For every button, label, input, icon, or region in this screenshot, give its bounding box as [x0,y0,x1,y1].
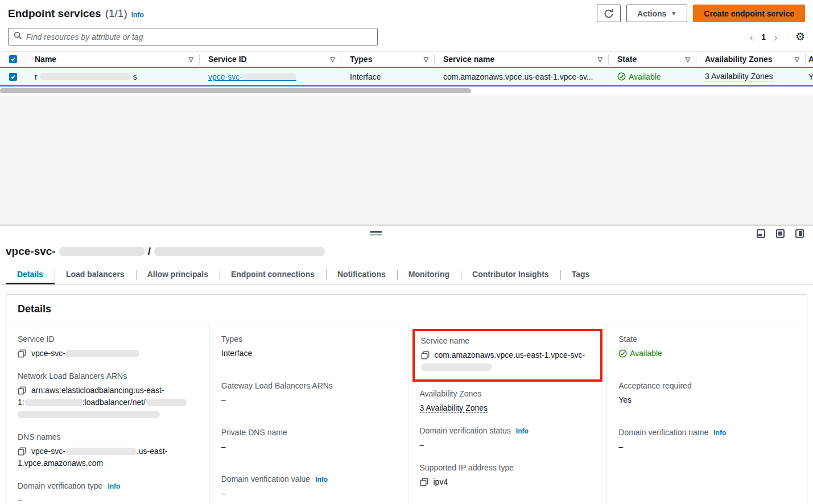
field-label: Domain verification status [420,426,511,435]
service-id-link[interactable]: vpce-svc- [208,72,296,81]
redacted-arn-line3 [18,411,160,418]
sort-icon[interactable]: ▽ [795,56,799,63]
sort-icon[interactable]: ▽ [424,56,428,63]
copy-icon[interactable] [18,386,26,395]
redacted-title-name [154,247,325,256]
toolbar-divider [787,31,787,43]
panel-position-side-icon[interactable] [795,229,804,238]
nlb-arn-line1: arn:aws:elasticloadbalancing:us-east- [31,385,164,396]
table-header-row: Name ▽ Service ID ▽ Types ▽ Service name… [0,52,813,67]
column-header-service-name[interactable]: Service name ▽ [434,52,608,67]
row-availability-zones-cell: 3 Availability Zones [696,68,805,85]
copy-icon[interactable] [18,447,26,456]
previous-page-icon[interactable]: ‹ [748,31,754,43]
field-value: – [221,442,226,451]
field-label: State [618,334,637,344]
create-endpoint-service-button[interactable]: Create endpoint service [693,5,805,22]
details-column-1: Service ID vpce-svc- Network Load Balanc… [6,324,209,504]
field-state: State Available [618,334,795,360]
availability-zones-link[interactable]: 3 Availability Zones [420,403,488,413]
scrollbar-thumb[interactable] [0,88,471,93]
field-service-name: Service name com.amazonaws.vpce.us-east-… [421,336,595,373]
tab-notifications[interactable]: Notifications [326,265,397,284]
tab-contributor-insights[interactable]: Contributor Insights [461,265,560,284]
column-header-label: Types [350,55,372,64]
panel-resize-handle[interactable] [370,231,382,236]
info-link[interactable]: Info [516,427,529,435]
field-label: Domain verification name [618,428,708,437]
next-page-icon[interactable]: › [773,31,779,43]
panel-tabs: Details Load balancers Allow principals … [0,265,813,284]
column-header-label: State [617,55,637,64]
search-box[interactable] [8,28,378,46]
tab-tags[interactable]: Tags [560,265,601,284]
field-acceptance-required: Acceptance required Yes [618,381,795,406]
column-header-service-id[interactable]: Service ID ▽ [199,52,341,67]
actions-button-label: Actions [637,9,666,18]
sort-icon[interactable]: ▽ [686,56,690,63]
field-dns-names: DNS names vpce-svc-.us-east- 1.vpce.amaz… [18,432,198,469]
panel-title: vpce-svc- / [0,226,813,258]
tab-monitoring[interactable]: Monitoring [397,265,461,284]
field-value: – [618,442,623,451]
field-gateway-load-balancers-arns: Gateway Load Balancers ARNs – [221,381,397,406]
details-card-heading: Details [6,295,807,324]
pagination: ‹ 1 › ⚙ [748,31,805,43]
dns-name-value: 1.vpce.amazonaws.com [18,458,103,468]
row-service-name-cell: com.amazonaws.vpce.us-east-1.vpce-sv... [434,68,608,85]
copy-icon[interactable] [18,349,26,358]
info-link[interactable]: Info [713,429,726,437]
column-header-label: Availability Zones [705,55,773,64]
field-value: – [18,495,22,504]
column-header-state[interactable]: State ▽ [608,52,696,67]
detail-split-panel: vpce-svc- / Details Load balancers Allow… [0,225,813,504]
column-header-availability-zones[interactable]: Availability Zones ▽ [696,52,805,67]
details-column-2: Types Interface Gateway Load Balancers A… [209,324,408,504]
tab-allow-principals[interactable]: Allow principals [136,265,220,284]
details-column-3: Service name com.amazonaws.vpce.us-east-… [408,324,607,504]
field-domain-verification-type: Domain verification type Info – [18,481,198,504]
gear-icon[interactable]: ⚙ [795,31,805,42]
page-number[interactable]: 1 [761,32,766,42]
availability-zones-link[interactable]: 3 Availability Zones [705,72,773,81]
header-info-link[interactable]: Info [131,11,144,19]
panel-position-center-icon[interactable] [776,229,785,238]
redacted-name [40,73,131,80]
panel-title-separator: / [148,245,151,258]
dns-name-value: vpce-svc- [31,447,65,456]
service-id-value: vpce-svc- [31,349,65,358]
field-value: – [420,440,424,449]
row-acceptance-cell: Y [805,68,813,85]
nlb-arn-line2: :loadbalancer/net/ [82,398,146,407]
panel-position-bottom-icon[interactable] [757,229,765,238]
tab-load-balancers[interactable]: Load balancers [55,265,136,284]
search-icon [14,31,22,42]
actions-button[interactable]: Actions ▼ [626,5,687,22]
tab-details[interactable]: Details [6,265,55,284]
refresh-button[interactable] [597,5,621,22]
info-link[interactable]: Info [108,482,120,490]
column-header-acceptance-partial[interactable]: A [805,52,813,67]
row-checkbox[interactable] [9,73,17,81]
table-row[interactable]: r s vpce-svc- Interface com.amazonaws.vp… [0,67,813,86]
search-input[interactable] [26,32,372,42]
list-header: Endpoint services (1/1) Info Actions ▼ C… [0,0,813,24]
field-value: Interface [221,349,252,358]
refresh-icon [604,9,614,19]
row-service-id-cell: vpce-svc- [199,68,341,85]
sort-icon[interactable]: ▽ [189,56,193,63]
column-header-name[interactable]: Name ▽ [26,52,199,67]
select-all-checkbox[interactable] [9,55,17,63]
sort-icon[interactable]: ▽ [598,56,602,63]
info-link[interactable]: Info [315,476,328,484]
field-service-id: Service ID vpce-svc- [18,334,198,360]
state-value: Available [630,348,662,360]
column-header-types[interactable]: Types ▽ [341,52,434,67]
copy-icon[interactable] [421,351,430,360]
field-label: Domain verification type [18,481,102,490]
tab-endpoint-connections[interactable]: Endpoint connections [220,265,326,284]
horizontal-scrollbar [0,88,813,93]
copy-icon[interactable] [420,478,428,486]
field-types: Types Interface [221,334,397,360]
sort-icon[interactable]: ▽ [331,56,335,63]
